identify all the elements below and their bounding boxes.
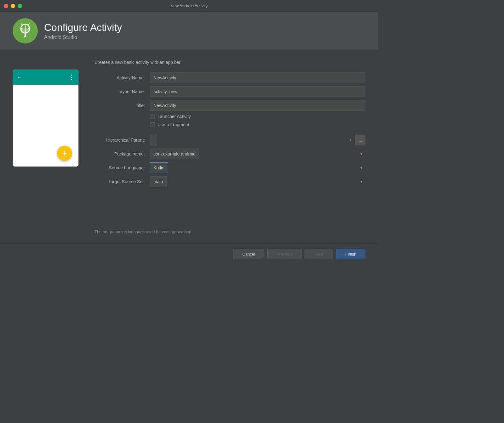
android-studio-logo bbox=[13, 18, 38, 43]
phone-back-icon: ← bbox=[17, 74, 22, 81]
phone-toolbar: ← ⋮ bbox=[13, 70, 78, 85]
use-fragment-label: Use a Fragment bbox=[158, 122, 189, 127]
source-language-select[interactable]: Kotlin Java bbox=[150, 162, 168, 173]
layout-name-row: Layout Name: bbox=[94, 85, 365, 98]
minimize-button[interactable] bbox=[11, 4, 15, 8]
target-source-set-select[interactable]: main bbox=[150, 176, 167, 187]
maximize-button[interactable] bbox=[18, 4, 22, 8]
package-name-select[interactable]: com.example.android bbox=[150, 149, 199, 159]
previous-button[interactable]: Previous bbox=[267, 249, 302, 259]
package-name-row: Package name: com.example.android bbox=[94, 147, 365, 161]
footer: Cancel Previous Next Finish bbox=[0, 244, 378, 264]
hierarchical-parent-row: Hierarchical Parent: ... bbox=[94, 133, 365, 147]
title-row: Title: bbox=[94, 99, 365, 112]
window-title: New Android Activity bbox=[170, 3, 208, 8]
title-label: Title: bbox=[94, 103, 145, 108]
launcher-activity-row: Launcher Activity bbox=[150, 113, 365, 120]
source-language-row: Source Language: Kotlin Java bbox=[94, 161, 365, 174]
activity-name-label: Activity Name: bbox=[94, 75, 145, 80]
hierarchical-parent-select[interactable] bbox=[150, 135, 157, 145]
layout-name-input[interactable] bbox=[150, 86, 365, 97]
hint-text: The programming language used for code g… bbox=[94, 223, 365, 234]
close-button[interactable] bbox=[4, 4, 8, 8]
title-bar: New Android Activity bbox=[0, 0, 378, 12]
source-language-select-wrapper: Kotlin Java bbox=[150, 162, 365, 173]
target-source-set-select-wrapper: main bbox=[150, 176, 365, 187]
target-source-set-label: Target Source Set: bbox=[94, 179, 145, 184]
phone-preview: ← ⋮ + bbox=[13, 69, 82, 234]
finish-button[interactable]: Finish bbox=[336, 249, 365, 259]
hierarchical-parent-select-wrapper bbox=[150, 135, 354, 145]
svg-line-3 bbox=[21, 24, 22, 25]
phone-content: + bbox=[13, 85, 78, 167]
layout-name-label: Layout Name: bbox=[94, 89, 145, 94]
package-name-select-wrapper: com.example.android bbox=[150, 149, 365, 159]
svg-line-4 bbox=[28, 24, 29, 25]
source-language-label: Source Language: bbox=[94, 165, 145, 170]
launcher-activity-label: Launcher Activity bbox=[158, 114, 191, 119]
page-subtitle: Android Studio bbox=[44, 35, 122, 40]
package-name-label: Package name: bbox=[94, 151, 145, 156]
launcher-activity-checkbox[interactable] bbox=[150, 114, 155, 119]
page-title: Configure Activity bbox=[44, 22, 122, 33]
phone-mockup: ← ⋮ + bbox=[13, 69, 79, 167]
target-source-set-row: Target Source Set: main bbox=[94, 175, 365, 188]
use-fragment-row: Use a Fragment bbox=[150, 121, 365, 128]
phone-menu-icon: ⋮ bbox=[68, 73, 75, 81]
form-section: Creates a new basic activity with an app… bbox=[94, 60, 365, 234]
main-content: ← ⋮ + Creates a new basic activity with … bbox=[0, 50, 378, 244]
next-button[interactable]: Next bbox=[305, 249, 333, 259]
cancel-button[interactable]: Cancel bbox=[233, 249, 264, 259]
header-section: Configure Activity Android Studio bbox=[0, 12, 378, 50]
title-input[interactable] bbox=[150, 100, 365, 111]
use-fragment-checkbox[interactable] bbox=[150, 122, 155, 127]
hierarchical-parent-wrapper: ... bbox=[150, 135, 365, 145]
description-text: Creates a new basic activity with an app… bbox=[94, 60, 365, 65]
hierarchical-parent-browse-button[interactable]: ... bbox=[355, 135, 365, 145]
fab-button: + bbox=[57, 146, 72, 161]
activity-name-row: Activity Name: bbox=[94, 71, 365, 84]
header-text: Configure Activity Android Studio bbox=[44, 22, 122, 40]
hierarchical-parent-label: Hierarchical Parent: bbox=[94, 138, 145, 143]
window-controls bbox=[4, 4, 22, 8]
form-table: Activity Name: Layout Name: Title: Launc… bbox=[94, 71, 365, 188]
activity-name-input[interactable] bbox=[150, 72, 365, 83]
